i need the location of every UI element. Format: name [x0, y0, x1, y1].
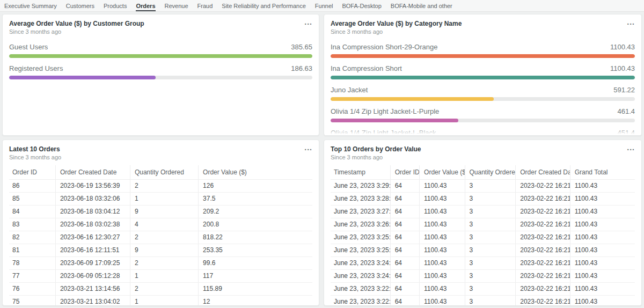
table-cell: 64 — [390, 193, 419, 206]
table-cell: 3 — [465, 218, 516, 231]
tab-funnel[interactable]: Funnel — [315, 0, 333, 11]
table-cell: 2 — [130, 180, 198, 193]
table-cell: 2023-06-16 12:30:27 — [55, 231, 130, 244]
table-cell: 126 — [199, 180, 312, 193]
table-cell: 64 — [390, 244, 419, 257]
tab-executive-summary[interactable]: Executive Summary — [4, 0, 57, 11]
column-header: Order Value ($) — [199, 165, 312, 180]
table-cell: June 23, 2023 3:25:09 — [331, 231, 390, 244]
panel-latest-10-orders: Latest 10 Orders Since 3 months ago ... … — [2, 140, 319, 306]
table-row: June 23, 2023 3:25:09641100.4332023-02-2… — [331, 231, 635, 244]
table-cell: June 23, 2023 3:26:38 — [331, 218, 390, 231]
table-cell: 9 — [130, 206, 198, 218]
table-cell: 115.89 — [199, 283, 312, 296]
table-cell: June 23, 2023 3:28:10 — [331, 193, 390, 206]
bar-label: Registered Users — [9, 64, 63, 73]
table-cell: 2023-03-21 13:04:02 — [55, 296, 130, 306]
table-cell: 2023-03-21 13:14:56 — [55, 283, 130, 296]
table-row: June 23, 2023 3:24:10641100.4332023-02-2… — [331, 270, 635, 283]
bar-value: 385.65 — [291, 43, 312, 52]
table-cell: 85 — [9, 193, 55, 206]
table-row: June 23, 2023 3:27:39641100.4332023-02-2… — [331, 206, 635, 218]
table-cell: 64 — [390, 257, 419, 270]
table-row: 812023-06-16 12:11:519253.35 — [9, 244, 312, 257]
table-cell: 2023-02-22 16:21:49 — [516, 206, 570, 218]
table-row: June 23, 2023 3:22:10641100.4332023-02-2… — [331, 296, 635, 306]
table-cell: 3 — [465, 283, 516, 296]
table-cell: 1100.43 — [420, 296, 465, 306]
bar-track — [331, 97, 635, 101]
panel-options-ellipsis-icon[interactable]: ... — [304, 142, 312, 153]
table-cell: 2 — [130, 257, 198, 270]
bar-value: 1100.43 — [610, 43, 635, 52]
bar-label: Olivia 1/4 Zip Light Jacket-L-Purple — [331, 107, 439, 116]
table-cell: 3 — [465, 180, 516, 193]
tab-bar: Executive SummaryCustomersProductsOrders… — [0, 0, 644, 12]
tab-bofa-mobile-and-other[interactable]: BOFA-Mobile and other — [391, 0, 452, 11]
table-cell: June 23, 2023 3:24:39 — [331, 257, 390, 270]
table-cell: 2023-06-09 17:09:25 — [55, 257, 130, 270]
table-cell: 2023-02-22 16:21:49 — [516, 257, 570, 270]
bar-fill — [331, 54, 635, 58]
table-cell: 64 — [390, 180, 419, 193]
table-cell: 3 — [465, 270, 516, 283]
table-cell: 1 — [130, 270, 198, 283]
table-header-row: TimestampOrder IDOrder Value ($)Quantity… — [331, 165, 635, 180]
table-row: June 23, 2023 3:28:10641100.4332023-02-2… — [331, 193, 635, 206]
table-cell: 1100.43 — [420, 206, 465, 218]
tab-products[interactable]: Products — [104, 0, 127, 11]
table-cell: June 23, 2023 3:22:38 — [331, 283, 390, 296]
table-row: 832023-06-18 03:02:384200.8 — [9, 218, 312, 231]
latest-orders-table: Order IDOrder Created DateQuantity Order… — [9, 165, 312, 306]
bar-chart-customer-group: Guest Users385.65Registered Users186.63 — [9, 36, 312, 79]
table-cell: 2023-06-09 05:12:28 — [55, 270, 130, 283]
table-cell: June 23, 2023 3:25:08 — [331, 244, 390, 257]
table-cell: 3 — [465, 244, 516, 257]
tab-orders[interactable]: Orders — [136, 0, 155, 11]
tab-revenue[interactable]: Revenue — [165, 0, 188, 11]
bar-fill — [331, 119, 458, 122]
tab-fraud[interactable]: Fraud — [197, 0, 213, 11]
column-header: Timestamp — [331, 165, 390, 180]
table-cell: 1100.43 — [570, 296, 635, 306]
bar-label: Juno Jacket — [331, 86, 368, 94]
bar-row: Registered Users186.63 — [9, 58, 312, 79]
table-cell: 3 — [465, 206, 516, 218]
table-cell: June 23, 2023 3:24:10 — [331, 270, 390, 283]
table-row: June 23, 2023 3:29:09641100.4332023-02-2… — [331, 180, 635, 193]
column-header: Order ID — [390, 165, 419, 180]
panel-options-ellipsis-icon[interactable]: ... — [627, 142, 635, 153]
table-row: June 23, 2023 3:22:38641100.4332023-02-2… — [331, 283, 635, 296]
table-cell: 12 — [199, 296, 312, 306]
table-cell: 37.5 — [199, 193, 312, 206]
table-cell: 1100.43 — [570, 270, 635, 283]
dashboard-grid: Average Order Value ($) by Customer Grou… — [0, 12, 644, 308]
panel-options-ellipsis-icon[interactable]: ... — [627, 17, 635, 27]
panel-subtitle: Since 3 months ago — [331, 153, 635, 161]
table-cell: 2023-06-19 13:56:39 — [55, 180, 130, 193]
table-cell: 3 — [465, 193, 516, 206]
tab-site-reliability-and-performance[interactable]: Site Reliability and Performance — [222, 0, 306, 11]
panel-title: Average Order Value ($) by Category Name — [331, 20, 635, 27]
tab-customers[interactable]: Customers — [66, 0, 94, 11]
table-cell: 64 — [390, 231, 419, 244]
table-cell: 86 — [9, 180, 55, 193]
bar-track — [331, 76, 635, 79]
table-cell: 200.8 — [199, 218, 312, 231]
top-orders-table: TimestampOrder IDOrder Value ($)Quantity… — [331, 165, 635, 306]
table-cell: 1100.43 — [420, 218, 465, 231]
table-cell: 2023-06-18 03:32:06 — [55, 193, 130, 206]
bar-fill — [331, 76, 635, 79]
table-cell: 82 — [9, 231, 55, 244]
table-cell: 64 — [390, 270, 419, 283]
panel-options-ellipsis-icon[interactable]: ... — [304, 17, 312, 27]
table-cell: 818.22 — [199, 231, 312, 244]
table-cell: 1100.43 — [570, 206, 635, 218]
bar-row: Guest Users385.65 — [9, 36, 312, 58]
column-header: Quantity Ordered — [130, 165, 198, 180]
table-cell: 1100.43 — [570, 283, 635, 296]
table-cell: 78 — [9, 257, 55, 270]
bar-track — [331, 119, 635, 122]
tab-bofa-desktop[interactable]: BOFA-Desktop — [342, 0, 381, 11]
bar-value: 461.4 — [617, 107, 635, 116]
